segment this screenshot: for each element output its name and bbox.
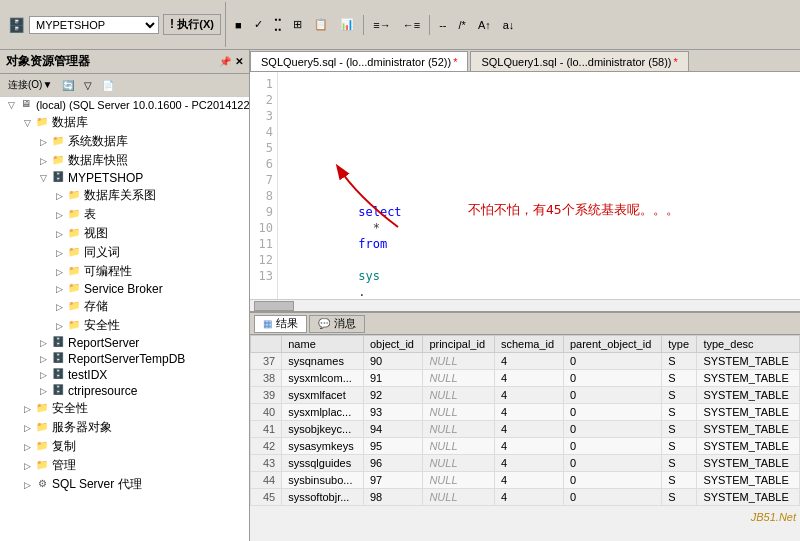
folder-icon-security-root: 📁 [34,402,50,416]
views-label: 视图 [84,225,108,242]
connect-button[interactable]: 连接(O)▼ [4,76,56,94]
cell-rownum: 45 [251,489,282,506]
folder-icon-management: 📁 [34,459,50,473]
tree-item-security-sub[interactable]: ▷ 📁 安全性 [0,316,249,335]
cell-parent-object-id: 0 [563,353,661,370]
indent-button[interactable]: ≡→ [368,16,395,34]
expand-security-sub[interactable]: ▷ [52,321,66,331]
expand-reportservertempdb[interactable]: ▷ [36,354,50,364]
folder-icon-service-broker: 📁 [66,282,82,296]
tree-item-management[interactable]: ▷ 📁 管理 [0,456,249,475]
expand-views[interactable]: ▷ [52,229,66,239]
tab-sqlquery5[interactable]: SQLQuery5.sql - (lo...dministrator (52))… [250,51,468,71]
tree-item-server-objects[interactable]: ▷ 📁 服务器对象 [0,418,249,437]
display-results-button[interactable]: ▪▪▪▪ [270,12,287,37]
expand-sql-agent[interactable]: ▷ [20,480,34,490]
table-row: 38 sysxmlcom... 91 NULL 4 0 S SYSTEM_TAB… [251,370,800,387]
cell-object-id: 98 [363,489,422,506]
expand-server-objects[interactable]: ▷ [20,423,34,433]
expand-server[interactable]: ▽ [4,100,18,110]
expand-diagrams[interactable]: ▷ [52,191,66,201]
tree-item-reportservertempdb[interactable]: ▷ 🗄️ ReportServerTempDB [0,351,249,367]
cell-type: S [662,455,697,472]
expand-security-root[interactable]: ▷ [20,404,34,414]
tab-sqlquery1[interactable]: SQLQuery1.sql - (lo...dministrator (58))… [470,51,688,71]
folder-icon-diagrams: 📁 [66,189,82,203]
cell-type-desc: SYSTEM_TABLE [697,489,800,506]
annotation-text: 不怕不怕，有45个系统基表呢。。。 [468,202,679,218]
pin-button[interactable]: 📌 [219,56,231,67]
tree-item-views[interactable]: ▷ 📁 视图 [0,224,249,243]
tree-item-ctripresource[interactable]: ▷ 🗄️ ctripresource [0,383,249,399]
folder-icon-security-sub: 📁 [66,319,82,333]
tree-item-db-snapshot[interactable]: ▷ 📁 数据库快照 [0,151,249,170]
tree-item-storage[interactable]: ▷ 📁 存储 [0,297,249,316]
editor-scrollbar[interactable] [250,299,800,311]
folder-icon-storage: 📁 [66,300,82,314]
tree-item-sql-agent[interactable]: ▷ ⚙ SQL Server 代理 [0,475,249,494]
code-editor[interactable]: select * from sys . objects where type_d… [278,72,800,299]
expand-replication[interactable]: ▷ [20,442,34,452]
expand-testidx[interactable]: ▷ [36,370,50,380]
tree-item-programmability[interactable]: ▷ 📁 可编程性 [0,262,249,281]
stop-button[interactable]: ■ [230,16,247,34]
expand-databases[interactable]: ▽ [20,118,34,128]
parse-button[interactable]: ✓ [249,15,268,34]
expand-management[interactable]: ▷ [20,461,34,471]
cell-schema-id: 4 [494,353,563,370]
expand-tables[interactable]: ▷ [52,210,66,220]
filter-button[interactable]: ▽ [80,78,96,93]
lowercase-button[interactable]: a↓ [498,16,520,34]
cell-schema-id: 4 [494,455,563,472]
tree-item-synonyms[interactable]: ▷ 📁 同义词 [0,243,249,262]
folder-icon-db-snapshot: 📁 [50,154,66,168]
expand-db-snapshot[interactable]: ▷ [36,156,50,166]
tree-item-server[interactable]: ▽ 🖥 (local) (SQL Server 10.0.1600 - PC20… [0,97,249,113]
expand-ctripresource[interactable]: ▷ [36,386,50,396]
table-row: 45 syssoftobjr... 98 NULL 4 0 S SYSTEM_T… [251,489,800,506]
expand-synonyms[interactable]: ▷ [52,248,66,258]
expand-system-db[interactable]: ▷ [36,137,50,147]
outdent-button[interactable]: ←≡ [398,16,425,34]
expand-service-broker[interactable]: ▷ [52,284,66,294]
tables-label: 表 [84,206,96,223]
summary-button[interactable]: 📄 [98,78,118,93]
expand-mypetshop[interactable]: ▽ [36,173,50,183]
results-table-container[interactable]: name object_id principal_id schema_id pa… [250,335,800,541]
folder-icon-databases: 📁 [34,116,50,130]
results-tab-results[interactable]: ▦ 结果 [254,315,307,333]
refresh-button[interactable]: 🔄 [58,78,78,93]
tree-item-mypetshop[interactable]: ▽ 🗄️ MYPETSHOP [0,170,249,186]
tree-item-testidx[interactable]: ▷ 🗄️ testIDX [0,367,249,383]
database-selector[interactable]: MYPETSHOP [29,16,159,34]
results-tab-messages[interactable]: 💬 消息 [309,315,365,333]
tree-item-databases[interactable]: ▽ 📁 数据库 [0,113,249,132]
expand-reportserver[interactable]: ▷ [36,338,50,348]
tree-item-diagrams[interactable]: ▷ 📁 数据库关系图 [0,186,249,205]
tree-item-service-broker[interactable]: ▷ 📁 Service Broker [0,281,249,297]
include-plan[interactable]: 📋 [309,15,333,34]
uncomment-button[interactable]: /* [454,16,471,34]
tree-item-tables[interactable]: ▷ 📁 表 [0,205,249,224]
execute-button[interactable]: ! 执行(X) [163,14,221,35]
tree-item-reportserver[interactable]: ▷ 🗄️ ReportServer [0,335,249,351]
cell-type: S [662,472,697,489]
close-button[interactable]: ✕ [235,56,243,67]
results-to-grid[interactable]: ⊞ [288,15,307,34]
arrow-svg [318,157,438,237]
cell-schema-id: 4 [494,472,563,489]
cell-rownum: 44 [251,472,282,489]
expand-programmability[interactable]: ▷ [52,267,66,277]
expand-storage[interactable]: ▷ [52,302,66,312]
tree-item-replication[interactable]: ▷ 📁 复制 [0,437,249,456]
results-grid-icon: ▦ [263,318,272,329]
server-label: (local) (SQL Server 10.0.1600 - PC201412… [36,99,249,111]
client-stats[interactable]: 📊 [335,15,359,34]
comment-button[interactable]: -- [434,16,451,34]
cell-schema-id: 4 [494,438,563,455]
uppercase-button[interactable]: A↑ [473,16,496,34]
cell-object-id: 97 [363,472,422,489]
tree-item-system-db[interactable]: ▷ 📁 系统数据库 [0,132,249,151]
programmability-label: 可编程性 [84,263,132,280]
tree-item-security-root[interactable]: ▷ 📁 安全性 [0,399,249,418]
